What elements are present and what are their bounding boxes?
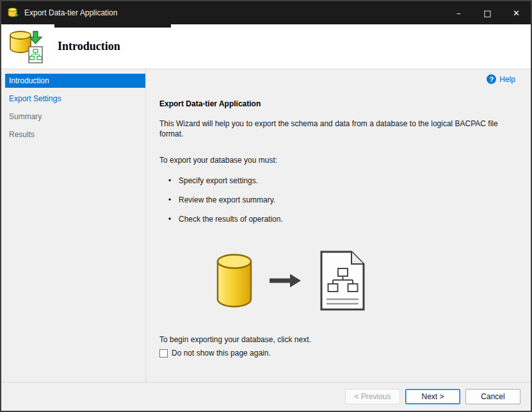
maximize-button[interactable]: □	[473, 1, 502, 24]
next-button[interactable]: Next >	[405, 389, 460, 404]
help-icon: ?	[487, 74, 496, 84]
sidebar-item-summary: Summary	[5, 110, 145, 124]
previous-button[interactable]: < Previous	[345, 389, 400, 404]
help-link[interactable]: ? Help	[487, 74, 515, 84]
export-dac-icon	[9, 29, 44, 64]
content-heading: Export Data-tier Application	[159, 99, 520, 108]
wizard-content: ? Help Export Data-tier Application This…	[146, 69, 531, 382]
wizard-window: Export Data-tier Application – □ ✕	[0, 0, 532, 412]
dont-show-checkbox[interactable]	[159, 349, 168, 358]
requirements-list: Specify export settings. Review the expo…	[159, 176, 520, 224]
background-window-artifact	[54, 21, 171, 28]
minimize-button[interactable]: –	[444, 1, 473, 24]
app-database-icon	[8, 7, 19, 19]
list-item: Specify export settings.	[159, 176, 520, 185]
begin-text: To begin exporting your database, click …	[159, 335, 520, 344]
requirements-label: To export your database you must:	[159, 156, 520, 165]
cancel-button[interactable]: Cancel	[465, 389, 520, 404]
right-arrow-icon	[270, 272, 302, 292]
help-label: Help	[499, 75, 515, 84]
sidebar-item-introduction[interactable]: Introduction	[5, 74, 145, 88]
page-title: Introduction	[58, 40, 120, 53]
window-title: Export Data-tier Application	[24, 8, 117, 17]
sidebar-item-results: Results	[5, 128, 145, 142]
bacpac-file-icon	[318, 249, 367, 315]
list-item: Review the export summary.	[159, 195, 520, 204]
dont-show-checkbox-label[interactable]: Do not show this page again.	[172, 349, 271, 358]
wizard-body: Introduction Export Settings Summary Res…	[1, 69, 531, 382]
intro-paragraph: This Wizard will help you to export the …	[159, 119, 520, 139]
close-button[interactable]: ✕	[502, 1, 531, 24]
list-item: Check the results of operation.	[159, 215, 520, 224]
database-cylinder-icon	[216, 253, 253, 311]
wizard-header: Introduction	[1, 24, 531, 69]
export-illustration	[216, 249, 520, 315]
button-bar: < Previous Next > Cancel	[1, 382, 531, 411]
dont-show-row: Do not show this page again.	[159, 349, 520, 358]
help-row: ? Help	[159, 69, 520, 84]
window-controls: – □ ✕	[444, 1, 531, 24]
wizard-steps-sidebar: Introduction Export Settings Summary Res…	[1, 69, 146, 382]
sidebar-item-export-settings[interactable]: Export Settings	[5, 92, 145, 106]
